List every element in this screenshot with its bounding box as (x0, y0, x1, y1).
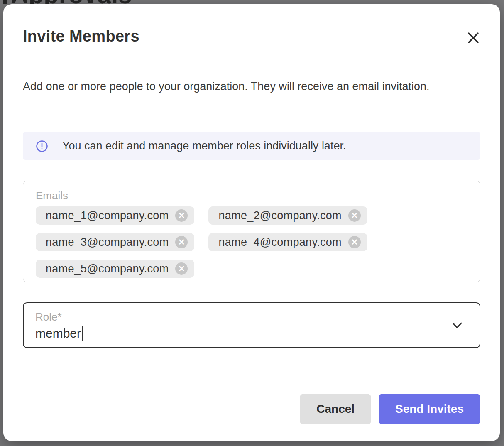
emails-field[interactable]: Emails name_1@company.com ✕ name_2@compa… (23, 181, 480, 282)
role-value-text: member (35, 326, 81, 341)
cancel-button[interactable]: Cancel (300, 394, 371, 424)
invite-members-dialog: Invite Members Add one or more people to… (3, 4, 500, 441)
remove-email-icon[interactable]: ✕ (175, 236, 188, 248)
email-chip-label: name_3@company.com (46, 236, 169, 249)
close-icon (466, 31, 480, 46)
role-field-value: member (35, 326, 468, 341)
email-chip: name_5@company.com ✕ (36, 260, 194, 278)
emails-field-label: Emails (36, 189, 467, 202)
remove-email-icon[interactable]: ✕ (348, 236, 361, 248)
email-chip: name_2@company.com ✕ (208, 206, 367, 225)
remove-email-icon[interactable]: ✕ (175, 209, 188, 222)
role-field[interactable]: Role* member (23, 302, 480, 348)
role-field-label: Role* (35, 311, 468, 323)
email-chip: name_3@company.com ✕ (36, 233, 194, 251)
email-chip: name_4@company.com ✕ (208, 233, 367, 251)
notice-text: You can edit and manage member roles ind… (62, 140, 346, 152)
dialog-actions: Cancel Send Invites (300, 394, 480, 424)
chevron-down-icon[interactable] (450, 321, 465, 332)
remove-email-icon[interactable]: ✕ (348, 209, 361, 222)
dialog-title: Invite Members (23, 27, 139, 45)
close-button[interactable] (465, 30, 482, 47)
email-chip-label: name_1@company.com (46, 209, 169, 222)
dialog-description: Add one or more people to your organizat… (23, 78, 446, 95)
text-cursor (82, 326, 83, 341)
email-chip-label: name_2@company.com (218, 209, 341, 222)
send-invites-button[interactable]: Send Invites (379, 394, 480, 424)
info-icon (36, 140, 48, 152)
notice-banner: You can edit and manage member roles ind… (23, 132, 480, 160)
remove-email-icon[interactable]: ✕ (175, 262, 188, 275)
email-chip-label: name_4@company.com (218, 236, 341, 249)
email-chip: name_1@company.com ✕ (36, 206, 194, 225)
email-chip-label: name_5@company.com (46, 262, 169, 275)
email-chip-list: name_1@company.com ✕ name_2@company.com … (36, 206, 467, 278)
